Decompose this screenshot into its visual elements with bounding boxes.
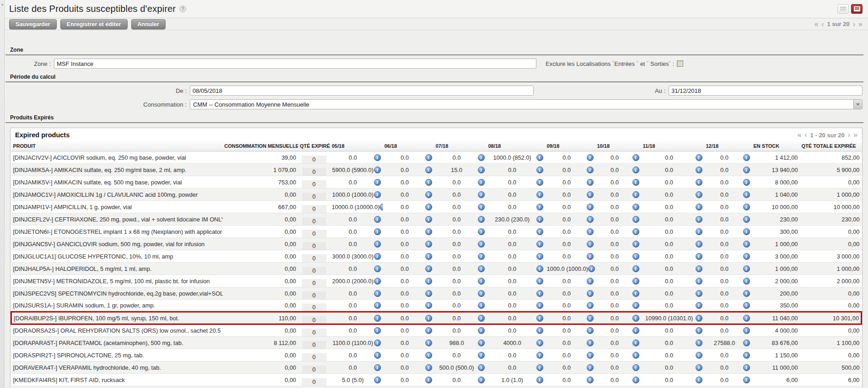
info-icon[interactable]: i bbox=[743, 327, 750, 334]
info-icon[interactable]: i bbox=[632, 364, 639, 371]
info-icon[interactable]: i bbox=[374, 216, 381, 223]
info-icon[interactable]: i bbox=[587, 228, 594, 235]
expired-qty-input[interactable]: 0 bbox=[301, 242, 327, 250]
info-icon[interactable]: i bbox=[374, 352, 381, 359]
info-icon[interactable]: i bbox=[425, 154, 432, 161]
info-icon[interactable]: i bbox=[374, 228, 381, 235]
info-icon[interactable]: i bbox=[587, 179, 594, 186]
table-row[interactable]: [KMEDKFAI4RS] KIT, FIRST AID, rucksack0,… bbox=[11, 374, 862, 386]
info-icon[interactable]: i bbox=[632, 216, 639, 223]
info-icon[interactable]: i bbox=[696, 204, 702, 210]
column-header-month-12-18[interactable]: 12/18 bbox=[704, 141, 752, 151]
info-icon[interactable]: i bbox=[536, 204, 543, 210]
info-icon[interactable]: i bbox=[536, 352, 543, 359]
info-icon[interactable]: i bbox=[536, 340, 543, 346]
info-icon[interactable]: i bbox=[696, 315, 702, 322]
expired-qty-input[interactable]: 0 bbox=[301, 217, 327, 225]
product-cell[interactable]: [KMEDKFAI4RS] KIT, FIRST AID, rucksack bbox=[11, 374, 223, 386]
info-icon[interactable]: i bbox=[425, 364, 432, 371]
info-icon[interactable]: i bbox=[425, 290, 432, 297]
info-icon[interactable]: i bbox=[536, 191, 543, 198]
expired-qty-input[interactable]: 0 bbox=[301, 267, 327, 275]
table-row[interactable]: [DINJGANC5V-] GANCICLOVIR sodium, 500 mg… bbox=[11, 238, 862, 250]
product-cell[interactable]: [DINJACIV2V-] ACICLOVIR sodium, eq. 250 … bbox=[11, 151, 223, 164]
info-icon[interactable]: i bbox=[632, 340, 639, 346]
expired-qty-input[interactable]: 0 bbox=[301, 168, 327, 176]
info-icon[interactable]: i bbox=[374, 377, 381, 383]
product-cell[interactable]: [DINJAMIK5V-] AMIKACIN sulfate, eq. 500 … bbox=[11, 176, 223, 189]
info-icon[interactable]: i bbox=[632, 179, 639, 186]
column-header-month-06-18[interactable]: 06/18 bbox=[383, 141, 434, 151]
column-header-month-07-18[interactable]: 07/18 bbox=[434, 141, 487, 151]
last-page-icon[interactable]: » bbox=[853, 131, 857, 139]
info-icon[interactable]: i bbox=[587, 352, 594, 359]
info-icon[interactable]: i bbox=[536, 253, 543, 260]
info-icon[interactable]: i bbox=[632, 241, 639, 248]
info-icon[interactable]: i bbox=[478, 167, 485, 173]
info-icon[interactable]: i bbox=[374, 290, 381, 297]
column-header-month-05-18[interactable]: 05/18 bbox=[330, 141, 383, 151]
info-icon[interactable]: i bbox=[743, 290, 750, 297]
info-icon[interactable]: i bbox=[478, 265, 485, 272]
info-icon[interactable]: i bbox=[374, 340, 381, 346]
table-row[interactable]: [DINJAMIK5A-] AMIKACIN sulfate, eq. 250 … bbox=[11, 164, 862, 176]
info-icon[interactable]: i bbox=[425, 253, 432, 260]
info-icon[interactable]: i bbox=[743, 315, 750, 322]
info-icon[interactable]: i bbox=[536, 364, 543, 371]
expired-qty-input[interactable]: 0 bbox=[301, 291, 327, 299]
info-icon[interactable]: i bbox=[425, 265, 432, 272]
info-icon[interactable]: i bbox=[425, 179, 432, 186]
info-icon[interactable]: i bbox=[743, 364, 750, 371]
table-row[interactable]: [DINJAMPI1V-] AMPICILLIN, 1 g, powder, v… bbox=[11, 201, 862, 213]
info-icon[interactable]: i bbox=[536, 167, 543, 173]
cancel-button[interactable]: Annuler bbox=[131, 19, 166, 29]
info-icon[interactable]: i bbox=[478, 278, 485, 285]
info-icon[interactable]: i bbox=[425, 340, 432, 346]
expired-qty-input[interactable]: 0 bbox=[301, 303, 327, 311]
info-icon[interactable]: i bbox=[696, 216, 702, 223]
info-icon[interactable]: i bbox=[696, 364, 702, 371]
info-icon[interactable]: i bbox=[478, 364, 485, 371]
info-icon[interactable]: i bbox=[536, 265, 543, 272]
info-icon[interactable]: i bbox=[696, 327, 702, 334]
last-record-icon[interactable]: » bbox=[858, 21, 863, 28]
column-header-month-08-18[interactable]: 08/18 bbox=[487, 141, 545, 151]
info-icon[interactable]: i bbox=[588, 265, 595, 272]
dropdown-button[interactable] bbox=[853, 100, 862, 109]
info-icon[interactable]: i bbox=[587, 315, 594, 322]
info-icon[interactable]: i bbox=[425, 377, 432, 383]
info-icon[interactable]: i bbox=[587, 364, 594, 371]
expired-qty-input[interactable]: 0 bbox=[301, 180, 327, 188]
info-icon[interactable]: i bbox=[374, 265, 381, 272]
expired-qty-input[interactable]: 0 bbox=[301, 156, 327, 163]
info-icon[interactable]: i bbox=[743, 167, 750, 173]
info-icon[interactable]: i bbox=[478, 352, 485, 359]
info-icon[interactable]: i bbox=[743, 228, 750, 235]
info-icon[interactable]: i bbox=[696, 340, 702, 346]
sidebar-expand-icon[interactable]: » bbox=[0, 0, 5, 10]
save-and-edit-button[interactable]: Enregistrer et éditer bbox=[60, 19, 128, 29]
info-icon[interactable]: i bbox=[536, 290, 543, 297]
table-row[interactable]: [DINJCEFL2V-] CEFTRIAXONE, 250 mg, powd.… bbox=[11, 213, 862, 226]
table-row[interactable]: [DINJHALP5A-] HALOPERIDOL, 5 mg/ml, 1 ml… bbox=[11, 263, 862, 275]
info-icon[interactable]: i bbox=[536, 241, 543, 248]
info-icon[interactable]: i bbox=[743, 278, 750, 285]
info-icon[interactable]: i bbox=[536, 179, 543, 186]
list-view-button[interactable] bbox=[837, 4, 849, 14]
info-icon[interactable]: i bbox=[632, 290, 639, 297]
next-record-icon[interactable]: › bbox=[853, 21, 855, 28]
exclude-locations-checkbox[interactable] bbox=[677, 60, 683, 67]
expired-qty-input[interactable]: 0 bbox=[301, 341, 327, 349]
column-header-month-10-18[interactable]: 10/18 bbox=[595, 141, 641, 151]
info-icon[interactable]: i bbox=[632, 302, 639, 309]
info-icon[interactable]: i bbox=[696, 377, 702, 383]
product-cell[interactable]: [DINJGLUC1A1] GLUCOSE HYPERTONIC, 10%, 1… bbox=[11, 250, 223, 263]
info-icon[interactable]: i bbox=[696, 241, 702, 248]
column-header-month-09-18[interactable]: 09/18 bbox=[545, 141, 595, 151]
info-icon[interactable]: i bbox=[374, 315, 381, 322]
expired-qty-input[interactable]: 0 bbox=[301, 193, 327, 200]
info-icon[interactable]: i bbox=[696, 191, 702, 198]
info-icon[interactable]: i bbox=[478, 315, 485, 322]
info-icon[interactable]: i bbox=[587, 290, 594, 297]
zone-input[interactable] bbox=[54, 59, 536, 69]
